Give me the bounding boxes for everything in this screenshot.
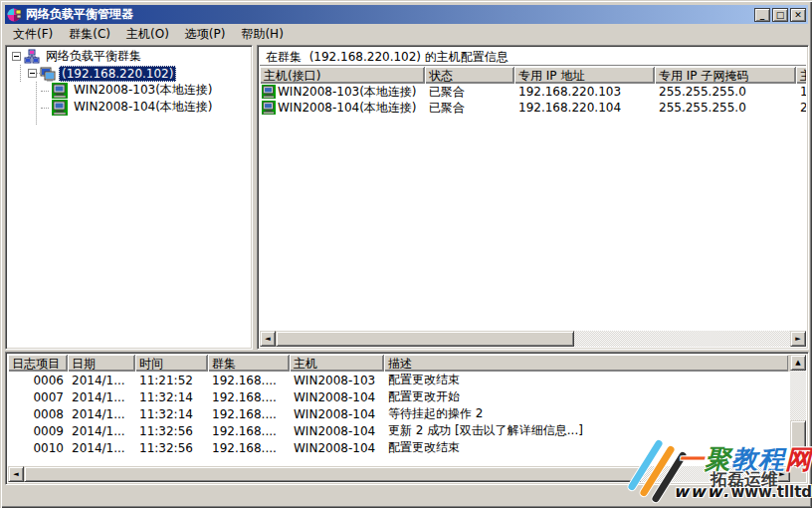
scrollbar-track[interactable] <box>790 371 806 450</box>
column-header-date[interactable]: 日期 <box>68 355 135 372</box>
log-row[interactable]: 0009 2014/1... 11:32:56 192.168.... WIN2… <box>8 422 790 439</box>
log-date: 2014/1... <box>68 441 135 455</box>
scrollbar-thumb[interactable] <box>790 420 806 450</box>
cluster-tree: 网络负载平衡群集 (192.168.220.102) <box>8 48 250 347</box>
nlb-app-icon <box>7 7 23 23</box>
log-id: 0006 <box>8 374 68 387</box>
log-description: 更新 2 成功 [双击以了解详细信息...] <box>384 422 788 439</box>
close-button[interactable]: ✕ <box>790 8 806 22</box>
host-row-win2008-104[interactable]: WIN2008-104(本地连接) 已聚合 192.168.220.104 25… <box>260 100 806 116</box>
scrollbar-track[interactable] <box>276 331 790 347</box>
tree-connector <box>20 65 21 82</box>
log-date: 2014/1... <box>68 407 135 421</box>
log-time: 11:21:52 <box>135 374 208 387</box>
column-header-host-interface[interactable]: 主机(接口) <box>260 67 425 84</box>
tree-root-nlb-clusters[interactable]: 网络负载平衡群集 <box>43 47 144 66</box>
column-header-cluster[interactable]: 群集 <box>208 355 290 372</box>
log-time: 11:32:14 <box>135 390 208 404</box>
host-mask: 255.255.255.0 <box>655 85 796 99</box>
tree-connector <box>41 91 49 92</box>
menu-options[interactable]: 选项(P) <box>177 24 234 45</box>
column-header-host[interactable]: 主机 <box>290 355 384 372</box>
log-host: WIN2008-104 <box>290 441 384 455</box>
column-header-description[interactable]: 描述 <box>384 355 788 372</box>
host-mask: 255.255.255.0 <box>655 101 796 115</box>
log-date: 2014/1... <box>68 390 135 404</box>
title-bar[interactable]: 网络负载平衡管理器 _ □ ✕ <box>5 5 808 24</box>
log-row[interactable]: 0010 2014/1... 11:32:56 192.168.... WIN2… <box>8 439 790 456</box>
log-description: 配置更改结束 <box>384 372 788 388</box>
log-vscrollbar[interactable]: ▲ ▼ <box>790 355 806 466</box>
log-description: 等待挂起的操作 2 <box>384 405 788 422</box>
host-name: WIN2008-104(本地连接) <box>278 100 417 117</box>
log-id: 0010 <box>8 441 68 455</box>
log-list-header: 日志项目 日期 时间 群集 主机 描述 <box>8 355 790 372</box>
log-host: WIN2008-104 <box>290 390 384 404</box>
tree-cluster-192-168-220-102[interactable]: (192.168.220.102) <box>59 66 176 82</box>
log-host: WIN2008-104 <box>290 424 384 438</box>
log-time: 11:32:56 <box>135 441 208 455</box>
log-id: 0007 <box>8 390 68 404</box>
scroll-down-icon[interactable]: ▼ <box>790 450 806 466</box>
column-header-subnet-mask[interactable]: 专用 IP 子网掩码 <box>655 67 796 84</box>
log-description: 配置更改结束 <box>384 439 788 456</box>
scroll-right-icon[interactable]: ► <box>790 331 806 347</box>
log-row[interactable]: 0006 2014/1... 11:21:52 192.168.... WIN2… <box>8 372 790 388</box>
host-status: 已聚合 <box>425 84 514 101</box>
nlb-manager-window: 网络负载平衡管理器 _ □ ✕ 文件(F) 群集(C) 主机(O) 选项(P) … <box>0 0 812 508</box>
host-converged-icon <box>52 100 68 116</box>
host-converged-icon <box>262 85 276 99</box>
menu-cluster[interactable]: 群集(C) <box>61 24 118 45</box>
maximize-button[interactable]: □ <box>772 8 788 22</box>
expander-minus-icon[interactable] <box>12 52 21 61</box>
scroll-up-icon[interactable]: ▲ <box>790 355 806 371</box>
log-hscrollbar[interactable]: ◄ ► <box>8 466 790 482</box>
scrollbar-thumb[interactable] <box>276 331 574 347</box>
log-cluster: 192.168.... <box>208 374 290 387</box>
column-header-log-entry[interactable]: 日志项目 <box>8 355 68 372</box>
host-priority: 1 <box>796 85 806 99</box>
log-host: WIN2008-103 <box>290 374 384 387</box>
log-time: 11:32:14 <box>135 407 208 421</box>
menu-bar: 文件(F) 群集(C) 主机(O) 选项(P) 帮助(H) <box>5 25 808 44</box>
minimize-button[interactable]: _ <box>754 8 770 22</box>
tree-host-win2008-104[interactable]: WIN2008-104(本地连接) <box>71 98 216 117</box>
log-cluster: 192.168.... <box>208 424 290 438</box>
tree-connector <box>36 82 37 125</box>
log-row[interactable]: 0007 2014/1... 11:32:14 192.168.... WIN2… <box>8 388 790 405</box>
host-list: 主机(接口) 状态 专用 IP 地址 专用 IP 子网掩码 主 WIN2008-… <box>260 67 806 331</box>
menu-file[interactable]: 文件(F) <box>5 24 61 45</box>
scroll-left-icon[interactable]: ◄ <box>260 331 276 347</box>
menu-help[interactable]: 帮助(H) <box>233 24 291 45</box>
host-row-win2008-103[interactable]: WIN2008-103(本地连接) 已聚合 192.168.220.103 25… <box>260 84 806 100</box>
scrollbar-thumb[interactable] <box>24 466 641 482</box>
host-list-hscrollbar[interactable]: ◄ ► <box>260 331 806 347</box>
column-header-private-ip[interactable]: 专用 IP 地址 <box>514 67 655 84</box>
scroll-right-icon[interactable]: ► <box>774 466 790 482</box>
column-header-priority[interactable]: 主 <box>796 67 806 84</box>
log-date: 2014/1... <box>68 424 135 438</box>
log-cluster: 192.168.... <box>208 390 290 404</box>
menu-host[interactable]: 主机(O) <box>118 24 177 45</box>
log-id: 0009 <box>8 424 68 438</box>
expander-minus-icon[interactable] <box>28 69 37 78</box>
host-name: WIN2008-103(本地连接) <box>278 84 417 101</box>
cluster-node-icon <box>40 66 56 82</box>
log-cluster: 192.168.... <box>208 407 290 421</box>
log-row[interactable]: 0008 2014/1... 11:32:14 192.168.... WIN2… <box>8 405 790 422</box>
log-host: WIN2008-104 <box>290 407 384 421</box>
log-list: 日志项目 日期 时间 群集 主机 描述 0006 2014/1... 11:21… <box>8 355 790 466</box>
scroll-left-icon[interactable]: ◄ <box>8 466 24 482</box>
host-ip: 192.168.220.104 <box>514 101 655 115</box>
status-bar <box>5 487 808 505</box>
host-status: 已聚合 <box>425 100 514 117</box>
log-description: 配置更改开始 <box>384 388 788 405</box>
scrollbar-track[interactable] <box>24 466 774 482</box>
column-header-status[interactable]: 状态 <box>425 67 514 84</box>
window-title: 网络负载平衡管理器 <box>26 6 754 23</box>
host-config-panel: 在群集 (192.168.220.102) 的主机配置信息 主机(接口) 状态 … <box>257 45 809 350</box>
scrollbar-corner <box>790 466 806 482</box>
host-config-caption: 在群集 (192.168.220.102) 的主机配置信息 <box>260 48 806 66</box>
column-header-time[interactable]: 时间 <box>135 355 208 372</box>
host-converged-icon <box>52 83 68 99</box>
